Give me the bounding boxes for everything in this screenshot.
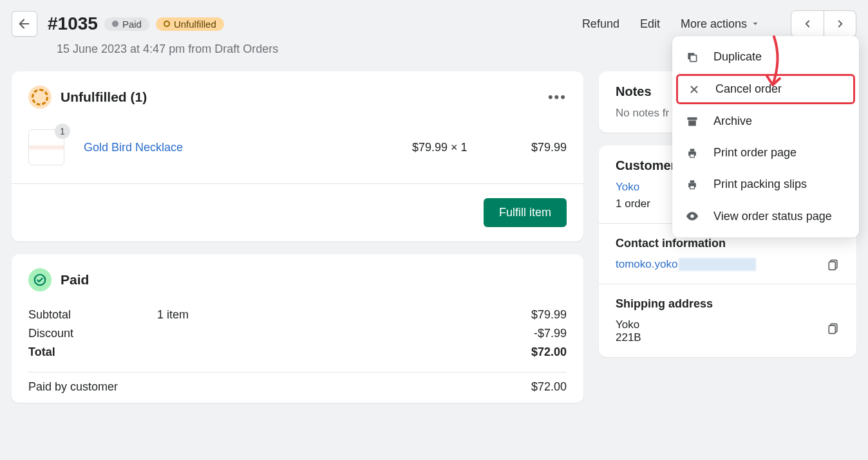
svg-rect-4	[829, 326, 835, 333]
payment-title: Paid	[61, 272, 89, 288]
duplicate-icon	[685, 51, 699, 64]
archive-icon	[685, 115, 699, 128]
chevron-right-icon	[835, 18, 846, 30]
quantity-badge: 1	[55, 124, 70, 139]
paid-icon	[28, 268, 52, 291]
caret-down-icon	[751, 19, 760, 28]
discount-amount: -$7.99	[534, 327, 567, 340]
menu-item-duplicate[interactable]: Duplicate	[672, 41, 859, 73]
unfulfilled-badge: Unfulfilled	[156, 17, 224, 31]
discount-label: Discount	[28, 327, 157, 340]
email-redacted	[679, 258, 756, 271]
paid-by-label: Paid by customer	[28, 380, 222, 394]
menu-label: Duplicate	[713, 50, 762, 64]
svg-rect-7	[688, 117, 697, 120]
check-circle-icon	[33, 273, 47, 287]
paid-by-amount: $72.00	[531, 380, 567, 394]
payment-card: Paid Subtotal 1 item $79.99 Discount -$7…	[12, 254, 583, 403]
fulfillment-card: Unfulfilled (1) ••• 1 Gold Bird Necklace…	[12, 71, 583, 241]
subtotal-amount: $79.99	[531, 308, 567, 322]
svg-rect-8	[688, 120, 696, 125]
back-button[interactable]	[12, 11, 37, 37]
order-number: #1035	[48, 14, 98, 34]
contact-email-link[interactable]: tomoko.yoko	[616, 258, 677, 271]
menu-item-print-slips[interactable]: Print packing slips	[672, 169, 859, 200]
copy-address-button[interactable]	[827, 322, 840, 335]
clipboard-icon	[827, 258, 840, 271]
shipping-address-title: Shipping address	[616, 297, 713, 311]
menu-item-print-order[interactable]: Print order page	[672, 137, 859, 169]
more-actions-button[interactable]: More actions	[681, 17, 760, 31]
subtotal-label: Subtotal	[28, 308, 157, 322]
fulfill-item-button[interactable]: Fulfill item	[484, 198, 567, 227]
menu-item-view-status[interactable]: View order status page	[672, 200, 859, 232]
menu-item-cancel-order[interactable]: Cancel order	[676, 74, 855, 104]
menu-label: View order status page	[713, 210, 832, 223]
total-amount: $72.00	[531, 345, 567, 359]
shipping-name: Yoko	[616, 318, 713, 331]
svg-rect-14	[690, 185, 695, 189]
card-more-button[interactable]: •••	[548, 89, 567, 106]
edit-link[interactable]: Edit	[640, 17, 660, 31]
svg-rect-6	[690, 55, 697, 61]
chevron-left-icon	[802, 18, 813, 30]
line-price-qty: $79.99 × 1	[412, 141, 509, 154]
menu-label: Archive	[713, 115, 752, 128]
contact-info-title: Contact information	[616, 237, 840, 250]
eye-icon	[685, 209, 699, 223]
shipping-line1: 221B	[616, 331, 713, 344]
product-name-link[interactable]: Gold Bird Necklace	[84, 141, 412, 154]
more-actions-menu: Duplicate Cancel order Archive Print ord…	[672, 36, 859, 237]
product-thumbnail[interactable]: 1	[28, 129, 64, 165]
unfulfilled-icon	[28, 86, 52, 109]
prev-order-button[interactable]	[791, 11, 824, 37]
fulfillment-title: Unfulfilled (1)	[61, 89, 147, 105]
svg-rect-11	[690, 154, 695, 157]
cancel-icon	[687, 84, 701, 95]
total-label: Total	[28, 345, 157, 359]
menu-label: Cancel order	[715, 82, 782, 96]
copy-email-button[interactable]	[827, 258, 840, 271]
svg-rect-13	[690, 180, 695, 183]
refund-link[interactable]: Refund	[582, 17, 619, 31]
print-icon	[685, 147, 699, 160]
subtotal-desc: 1 item	[157, 308, 531, 322]
menu-label: Print order page	[713, 146, 797, 160]
more-actions-label: More actions	[681, 17, 747, 31]
line-total: $79.99	[509, 141, 567, 154]
menu-item-archive[interactable]: Archive	[672, 106, 859, 137]
svg-rect-10	[690, 149, 695, 151]
svg-rect-2	[829, 262, 835, 270]
menu-label: Print packing slips	[713, 178, 807, 191]
svg-point-15	[690, 214, 694, 218]
paid-badge: Paid	[104, 17, 149, 31]
print-icon	[685, 178, 699, 191]
clipboard-icon	[827, 322, 840, 335]
next-order-button[interactable]	[824, 11, 856, 37]
arrow-left-icon	[17, 17, 32, 31]
